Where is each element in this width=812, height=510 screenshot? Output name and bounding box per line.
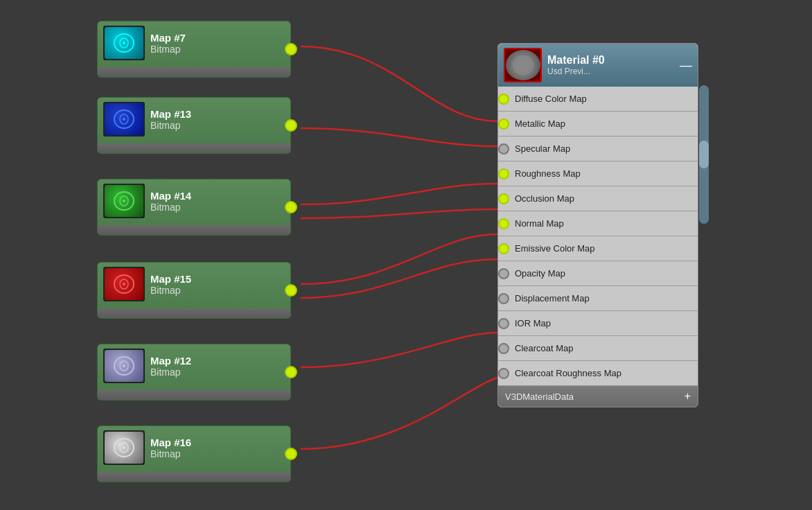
slot-label-diffuse: Diffuse Color Map xyxy=(515,94,587,104)
slot-label-specular: Specular Map xyxy=(515,143,570,154)
slot-dot-opacity xyxy=(498,268,509,279)
slot-dot-roughness xyxy=(498,168,509,179)
slot-dot-clearcoat xyxy=(498,343,509,354)
slot-diffuse-color-map[interactable]: Diffuse Color Map xyxy=(498,87,698,112)
node-thumb-16 xyxy=(103,430,145,465)
node-title-14: Map #14 xyxy=(150,190,191,202)
bitmap-node-16[interactable]: Map #16 Bitmap xyxy=(97,425,291,482)
node-footer-12 xyxy=(98,390,290,400)
svg-point-14 xyxy=(123,364,125,367)
slot-label-emissive: Emissive Color Map xyxy=(515,243,595,254)
node-title-12: Map #12 xyxy=(150,355,191,367)
out-dot-7[interactable] xyxy=(285,43,297,55)
slot-dot-clearcoat-roughness xyxy=(498,368,509,379)
svg-point-5 xyxy=(123,118,125,121)
node-thumb-14 xyxy=(103,184,145,218)
node-subtitle-12: Bitmap xyxy=(150,367,191,378)
out-dot-15[interactable] xyxy=(285,284,297,297)
slot-dot-normal xyxy=(498,218,509,229)
slot-ior-map[interactable]: IOR Map xyxy=(498,311,698,336)
out-dot-16[interactable] xyxy=(285,448,297,460)
node-subtitle-16: Bitmap xyxy=(150,448,191,459)
slot-label-displacement: Displacement Map xyxy=(515,293,590,304)
bitmap-node-15[interactable]: Map #15 Bitmap xyxy=(97,262,291,319)
bitmap-node-7[interactable]: Map #7 Bitmap xyxy=(97,21,291,78)
node-thumb-13 xyxy=(103,102,145,137)
out-dot-12[interactable] xyxy=(285,366,297,378)
footer-label: V3DMaterialData xyxy=(505,392,574,402)
slot-dot-metallic xyxy=(498,118,509,130)
node-footer-15 xyxy=(98,308,290,318)
slot-clearcoat-roughness-map[interactable]: Clearcoat Roughness Map xyxy=(498,361,698,386)
material-node[interactable]: Material #0 Usd Previ... — Diffuse Color… xyxy=(497,43,698,407)
bitmap-node-12[interactable]: Map #12 Bitmap xyxy=(97,344,291,401)
material-footer: V3DMaterialData + xyxy=(498,386,698,407)
slot-occlusion-map[interactable]: Occlusion Map xyxy=(498,186,698,211)
bitmap-node-14[interactable]: Map #14 Bitmap xyxy=(97,179,291,236)
slot-roughness-map[interactable]: Roughness Map xyxy=(498,161,698,186)
scrollbar-thumb[interactable] xyxy=(699,141,709,168)
svg-point-8 xyxy=(123,200,125,202)
svg-point-19 xyxy=(519,60,527,70)
slot-displacement-map[interactable]: Displacement Map xyxy=(498,286,698,311)
slot-clearcoat-map[interactable]: Clearcoat Map xyxy=(498,336,698,361)
slot-dot-emissive xyxy=(498,243,509,254)
node-title-15: Map #15 xyxy=(150,273,191,285)
slot-dot-displacement xyxy=(498,293,509,304)
slot-label-roughness: Roughness Map xyxy=(515,168,581,179)
node-title-13: Map #13 xyxy=(150,108,191,120)
slot-label-occlusion: Occlusion Map xyxy=(515,193,574,204)
slot-metallic-map[interactable]: Metallic Map xyxy=(498,112,698,137)
out-dot-14[interactable] xyxy=(285,201,297,213)
slot-label-ior: IOR Map xyxy=(515,318,551,328)
node-footer-7 xyxy=(98,67,290,77)
node-subtitle-14: Bitmap xyxy=(150,202,191,213)
node-subtitle-7: Bitmap xyxy=(150,44,186,55)
slot-label-metallic: Metallic Map xyxy=(515,118,565,129)
slot-dot-occlusion xyxy=(498,193,509,204)
minimize-button[interactable]: — xyxy=(680,59,692,71)
svg-point-11 xyxy=(123,283,125,285)
material-header: Material #0 Usd Previ... — xyxy=(498,44,698,87)
slot-emissive-color-map[interactable]: Emissive Color Map xyxy=(498,236,698,261)
node-title-16: Map #16 xyxy=(150,437,191,448)
bitmap-node-13[interactable]: Map #13 Bitmap xyxy=(97,97,291,154)
svg-point-18 xyxy=(513,56,533,74)
node-thumb-15 xyxy=(103,267,145,301)
node-subtitle-15: Bitmap xyxy=(150,285,191,296)
svg-point-2 xyxy=(123,42,125,44)
node-subtitle-13: Bitmap xyxy=(150,120,191,131)
svg-point-17 xyxy=(123,446,125,449)
node-footer-13 xyxy=(98,143,290,153)
slot-specular-map[interactable]: Specular Map xyxy=(498,137,698,161)
node-thumb-12 xyxy=(103,349,145,383)
slot-dot-specular xyxy=(498,143,509,155)
node-footer-14 xyxy=(98,225,290,235)
slot-label-clearcoat-roughness: Clearcoat Roughness Map xyxy=(515,368,621,378)
slot-label-clearcoat: Clearcoat Map xyxy=(515,343,574,353)
node-title-7: Map #7 xyxy=(150,32,186,44)
material-subtitle: Usd Previ... xyxy=(547,67,605,76)
out-dot-13[interactable] xyxy=(285,119,297,132)
slot-dot-diffuse xyxy=(498,94,509,105)
material-scrollbar[interactable] xyxy=(699,85,709,224)
material-thumb xyxy=(504,48,542,82)
slot-normal-map[interactable]: Normal Map xyxy=(498,211,698,236)
slot-dot-ior xyxy=(498,318,509,329)
slot-opacity-map[interactable]: Opacity Map xyxy=(498,261,698,286)
node-footer-16 xyxy=(98,472,290,482)
slot-label-normal: Normal Map xyxy=(515,218,564,229)
footer-plus-button[interactable]: + xyxy=(685,390,691,403)
material-title: Material #0 xyxy=(547,54,605,67)
slot-label-opacity: Opacity Map xyxy=(515,268,565,279)
node-thumb-7 xyxy=(103,26,145,60)
